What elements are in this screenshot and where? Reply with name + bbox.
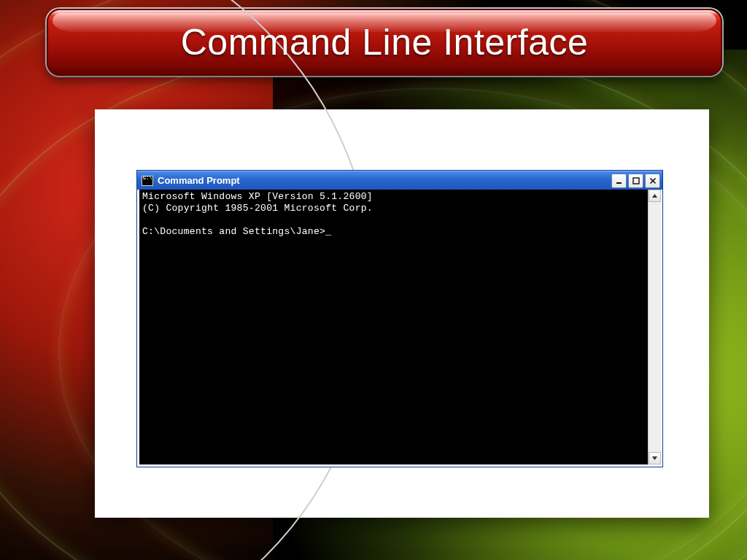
terminal-line: Microsoft Windows XP [Version 5.1.2600] (142, 191, 373, 202)
maximize-icon (632, 177, 640, 184)
slide-title: Command Line Interface (181, 21, 589, 63)
minimize-icon (616, 177, 623, 184)
close-icon (649, 177, 657, 184)
svg-rect-0 (616, 182, 622, 184)
minimize-button[interactable] (611, 174, 627, 188)
chevron-up-icon (651, 192, 658, 199)
terminal-line: (C) Copyright 1985-2001 Microsoft Corp. (142, 203, 373, 214)
svg-marker-5 (652, 456, 657, 460)
svg-rect-1 (633, 178, 639, 184)
slide-title-banner: Command Line Interface (47, 9, 722, 76)
cmd-system-icon[interactable]: C:\ (142, 176, 153, 186)
scroll-down-button[interactable] (649, 452, 661, 464)
terminal-cursor: _ (325, 226, 331, 237)
maximize-button[interactable] (628, 174, 643, 188)
scroll-up-button[interactable] (649, 190, 661, 202)
chevron-down-icon (651, 455, 658, 462)
terminal-output[interactable]: Microsoft Windows XP [Version 5.1.2600] … (139, 190, 649, 464)
close-button[interactable] (645, 174, 660, 188)
vertical-scrollbar[interactable] (648, 190, 661, 464)
svg-marker-4 (652, 194, 657, 198)
cmd-system-icon-label: C:\ (143, 176, 152, 181)
slide-content-card: C:\ Command Prompt Microsoft Windows XP … (95, 109, 709, 518)
window-client-area: Microsoft Windows XP [Version 5.1.2600] … (137, 190, 662, 467)
window-title: Command Prompt (158, 175, 611, 186)
terminal-prompt: C:\Documents and Settings\Jane> (142, 226, 325, 237)
window-titlebar[interactable]: C:\ Command Prompt (137, 171, 662, 190)
command-prompt-window[interactable]: C:\ Command Prompt Microsoft Windows XP … (137, 171, 662, 467)
window-control-buttons (611, 174, 662, 188)
